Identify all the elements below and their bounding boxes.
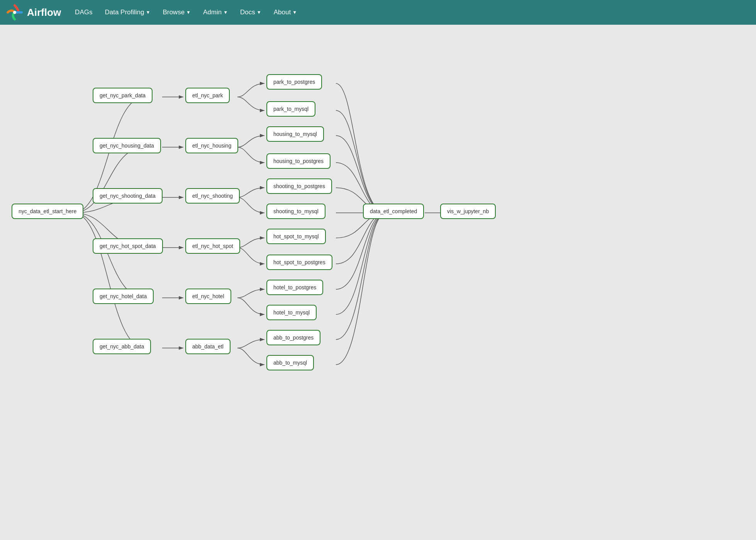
node-get-hotel[interactable]: get_nyc_hotel_data <box>93 289 154 304</box>
node-etl-hotel[interactable]: etl_nyc_hotel <box>185 289 231 304</box>
navbar: Airflow DAGs Data Profiling ▼ Browse ▼ A… <box>0 0 756 25</box>
node-abb-etl[interactable]: abb_data_etl <box>185 339 231 354</box>
about-chevron: ▼ <box>292 10 297 15</box>
node-vis[interactable]: vis_w_jupyter_nb <box>440 204 496 219</box>
node-start[interactable]: nyc_data_etl_start_here <box>12 204 83 219</box>
node-get-park[interactable]: get_nyc_park_data <box>93 88 153 103</box>
node-abb-mysql[interactable]: abb_to_mysql <box>266 355 314 370</box>
navbar-brand-title: Airflow <box>27 7 61 19</box>
node-get-abb[interactable]: get_nyc_abb_data <box>93 339 151 354</box>
data-profiling-chevron: ▼ <box>146 10 151 15</box>
node-hotel-mysql[interactable]: hotel_to_mysql <box>266 305 317 320</box>
node-abb-postgres[interactable]: abb_to_postgres <box>266 330 320 345</box>
nav-data-profiling[interactable]: Data Profiling ▼ <box>103 5 152 19</box>
nav-items: DAGs Data Profiling ▼ Browse ▼ Admin ▼ D… <box>73 5 298 19</box>
node-get-housing[interactable]: get_nyc_housing_data <box>93 138 161 153</box>
node-etl-park[interactable]: etl_nyc_park <box>185 88 230 103</box>
nav-docs[interactable]: Docs ▼ <box>239 5 263 19</box>
node-hotspot-mysql[interactable]: hot_spot_to_mysql <box>266 229 326 244</box>
node-etl-shooting[interactable]: etl_nyc_shooting <box>185 188 240 204</box>
admin-chevron: ▼ <box>223 10 228 15</box>
nav-dags[interactable]: DAGs <box>73 5 94 19</box>
nav-browse[interactable]: Browse ▼ <box>161 5 192 19</box>
node-park-postgres[interactable]: park_to_postgres <box>266 74 322 90</box>
nav-about[interactable]: About ▼ <box>272 5 298 19</box>
node-shooting-mysql[interactable]: shooting_to_mysql <box>266 204 325 219</box>
nav-admin[interactable]: Admin ▼ <box>202 5 229 19</box>
browse-chevron: ▼ <box>186 10 191 15</box>
airflow-logo-icon <box>6 4 23 21</box>
node-get-hotspot[interactable]: get_nyc_hot_spot_data <box>93 238 163 254</box>
docs-chevron: ▼ <box>257 10 261 15</box>
node-housing-postgres[interactable]: housing_to_postgres <box>266 153 331 169</box>
node-etl-hotspot[interactable]: etl_nyc_hot_spot <box>185 238 240 254</box>
node-hotel-postgres[interactable]: hotel_to_postgres <box>266 280 323 295</box>
node-etl-housing[interactable]: etl_nyc_housing <box>185 138 238 153</box>
dag-graph: nyc_data_etl_start_here get_nyc_park_dat… <box>0 25 756 411</box>
node-housing-mysql[interactable]: housing_to_mysql <box>266 126 324 142</box>
node-park-mysql[interactable]: park_to_mysql <box>266 101 315 117</box>
main-content: nyc_data_etl_start_here get_nyc_park_dat… <box>0 25 756 540</box>
node-completed[interactable]: data_etl_completed <box>363 204 424 219</box>
navbar-brand[interactable]: Airflow <box>6 4 61 21</box>
node-get-shooting[interactable]: get_nyc_shooting_data <box>93 188 163 204</box>
node-shooting-postgres[interactable]: shooting_to_postgres <box>266 178 332 194</box>
svg-point-0 <box>13 11 16 14</box>
node-hotspot-postgres[interactable]: hot_spot_to_postgres <box>266 255 332 270</box>
